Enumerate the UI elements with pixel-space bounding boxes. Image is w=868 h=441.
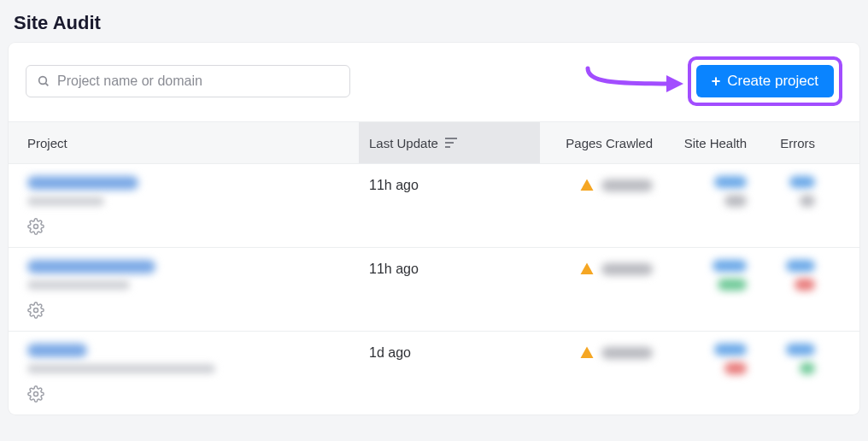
create-project-highlight: + Create project	[688, 56, 842, 106]
pages-value-redacted	[601, 179, 653, 191]
cell-last-update: 11h ago	[359, 176, 540, 193]
cell-site-health	[660, 344, 754, 374]
cell-site-health	[660, 260, 754, 291]
table-row: 11h ago	[9, 164, 859, 248]
site-health-redacted	[714, 176, 747, 188]
column-header-project[interactable]: Project	[9, 136, 359, 150]
column-header-pages-crawled[interactable]: Pages Crawled	[540, 136, 660, 150]
errors-value-redacted	[786, 260, 815, 272]
table-header: Project Last Update Pages Crawled Site H…	[9, 121, 859, 164]
svg-line-1	[45, 83, 48, 85]
project-domain-redacted	[27, 197, 104, 206]
project-name-redacted[interactable]	[27, 344, 87, 357]
cell-last-update: 1d ago	[359, 344, 540, 361]
site-health-sub-redacted	[724, 362, 747, 374]
search-input[interactable]	[57, 74, 339, 89]
arrow-annotation	[581, 58, 692, 96]
sort-icon	[445, 138, 457, 148]
cell-pages-crawled	[540, 344, 660, 361]
errors-sub-redacted	[800, 195, 815, 207]
table-row: 1d ago	[9, 332, 859, 415]
errors-sub-redacted	[800, 362, 815, 374]
column-header-site-health[interactable]: Site Health	[660, 136, 754, 150]
cell-pages-crawled	[540, 260, 660, 277]
svg-point-0	[39, 77, 47, 85]
project-domain-redacted	[27, 280, 130, 290]
cell-errors	[754, 344, 830, 374]
warning-icon	[579, 178, 595, 193]
plus-icon: +	[712, 74, 721, 89]
cell-project	[9, 344, 359, 406]
toolbar: + Create project	[9, 43, 859, 121]
warning-icon	[579, 262, 595, 277]
pages-value-redacted	[601, 347, 653, 359]
cell-project	[9, 260, 359, 322]
cell-errors	[754, 260, 830, 291]
gear-icon[interactable]	[27, 302, 44, 319]
cell-project	[9, 176, 359, 238]
warning-icon	[579, 345, 595, 361]
search-input-wrapper[interactable]	[26, 65, 350, 97]
site-health-sub-redacted	[718, 279, 747, 291]
svg-rect-4	[445, 146, 450, 148]
project-name-redacted[interactable]	[27, 176, 138, 190]
project-domain-redacted	[27, 364, 215, 373]
cell-site-health	[660, 176, 754, 207]
column-header-last-update-label: Last Update	[369, 136, 438, 150]
project-name-redacted[interactable]	[27, 260, 155, 273]
pages-value-redacted	[601, 263, 653, 275]
site-audit-card: + Create project Project Last Update Pag…	[9, 43, 859, 415]
cell-last-update: 11h ago	[359, 260, 540, 277]
svg-point-5	[34, 225, 38, 229]
errors-sub-redacted	[795, 279, 815, 291]
cell-errors	[754, 176, 830, 207]
column-header-last-update[interactable]: Last Update	[359, 122, 540, 163]
site-health-redacted	[713, 260, 747, 272]
page-title: Site Audit	[0, 0, 868, 43]
svg-point-6	[34, 309, 38, 313]
gear-icon[interactable]	[27, 218, 44, 235]
search-icon	[37, 74, 50, 88]
gear-icon[interactable]	[27, 385, 44, 403]
column-header-errors[interactable]: Errors	[754, 136, 830, 150]
table-row: 11h ago	[9, 248, 859, 332]
svg-rect-3	[445, 142, 454, 144]
errors-value-redacted	[789, 176, 815, 188]
svg-rect-2	[445, 138, 457, 139]
cell-pages-crawled	[540, 176, 660, 193]
errors-value-redacted	[786, 344, 815, 356]
create-project-label: Create project	[727, 73, 818, 90]
site-health-redacted	[714, 344, 747, 356]
create-project-button[interactable]: + Create project	[696, 65, 834, 97]
site-health-sub-redacted	[724, 195, 747, 207]
svg-point-7	[34, 392, 38, 397]
